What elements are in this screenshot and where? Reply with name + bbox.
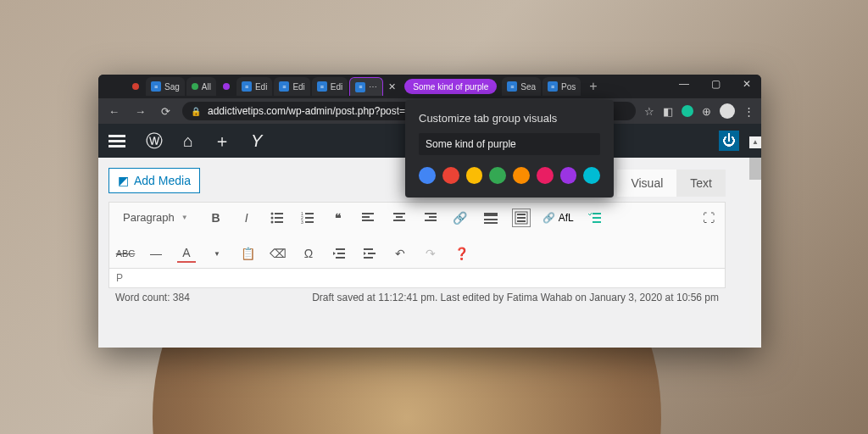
extension-icon[interactable]: ◧ [663, 105, 673, 118]
svg-rect-33 [337, 253, 345, 254]
text-color-button[interactable]: A [177, 244, 196, 263]
swatch-yellow[interactable] [466, 167, 483, 184]
tab-active[interactable]: ≡⋯ [349, 77, 383, 96]
forward-icon[interactable]: → [131, 103, 149, 120]
toolbar-toggle-button[interactable] [512, 209, 531, 227]
checklist-button[interactable] [586, 209, 604, 227]
svg-rect-3 [275, 217, 283, 219]
clear-formatting-button[interactable]: ⌫ [269, 244, 287, 263]
svg-rect-19 [429, 216, 437, 218]
hr-button[interactable]: — [147, 244, 165, 263]
svg-rect-8 [305, 221, 314, 223]
swatch-teal[interactable] [583, 167, 600, 184]
tab-group-dot-purple[interactable] [218, 77, 235, 96]
maximize-icon[interactable]: ▢ [708, 75, 724, 93]
tab-all[interactable]: All [186, 77, 216, 96]
close-window-icon[interactable]: ✕ [739, 75, 754, 93]
account-button[interactable]: ⏻ [719, 131, 739, 151]
home-icon[interactable]: ⌂ [183, 131, 193, 151]
insert-more-button[interactable] [481, 209, 500, 227]
align-left-button[interactable] [359, 209, 378, 227]
back-icon[interactable]: ← [105, 103, 123, 120]
scroll-up-button[interactable]: ▲ [749, 136, 761, 148]
lock-icon: 🔒 [191, 107, 201, 116]
svg-rect-7 [305, 217, 314, 219]
tab-text[interactable]: Text [676, 170, 726, 197]
add-media-button[interactable]: ◩ Add Media [108, 168, 200, 193]
svg-rect-28 [593, 213, 601, 214]
link-button[interactable]: 🔗 [451, 209, 470, 227]
draft-status: Draft saved at 11:12:41 pm. Last edited … [312, 292, 719, 303]
reload-icon[interactable]: ⟳ [158, 103, 174, 120]
svg-rect-30 [593, 221, 601, 223]
svg-rect-23 [484, 222, 498, 224]
undo-button[interactable]: ↶ [391, 244, 409, 263]
tab-label: Edi [292, 82, 304, 92]
paste-text-button[interactable]: 📋 [238, 244, 257, 263]
align-right-button[interactable] [420, 209, 439, 227]
swatch-green[interactable] [489, 167, 506, 184]
indent-button[interactable] [360, 244, 379, 263]
blockquote-button[interactable]: ❝ [329, 209, 348, 227]
add-new-icon[interactable]: ＋ [214, 130, 231, 153]
svg-rect-16 [396, 216, 403, 218]
svg-rect-1 [275, 213, 283, 214]
svg-rect-25 [517, 214, 526, 215]
tab-edit-3[interactable]: ≡Edi [312, 77, 348, 96]
tab-visual[interactable]: Visual [617, 170, 676, 197]
svg-rect-27 [517, 220, 526, 222]
svg-rect-32 [336, 257, 345, 259]
special-char-button[interactable]: Ω [299, 244, 318, 263]
group-name-input[interactable] [419, 133, 600, 155]
swatch-orange[interactable] [513, 167, 530, 184]
outdent-button[interactable] [330, 244, 348, 263]
text-color-dropdown[interactable]: ▼ [208, 244, 226, 263]
minimize-icon[interactable]: — [676, 75, 693, 93]
swatch-red[interactable] [442, 167, 459, 184]
svg-rect-17 [393, 220, 405, 221]
tab-label: Edi [255, 82, 267, 92]
tab-group-label[interactable]: Some kind of purple [404, 79, 497, 94]
tab-label: Sea [520, 82, 536, 92]
format-select[interactable]: Paragraph [116, 208, 195, 227]
swatch-purple[interactable] [560, 167, 577, 184]
tab-edit-2[interactable]: ≡Edi [274, 77, 309, 96]
new-tab-button[interactable]: + [582, 79, 604, 94]
tab-label: All [202, 82, 211, 92]
redo-button[interactable]: ↷ [421, 244, 440, 263]
swatch-pink[interactable] [537, 167, 554, 184]
svg-rect-15 [393, 213, 405, 214]
close-tab-icon[interactable]: ✕ [385, 81, 399, 92]
fullscreen-button[interactable]: ⛶ [699, 209, 718, 227]
scroll-thumb[interactable] [749, 158, 761, 180]
tab-edit-1[interactable]: ≡Edi [236, 77, 272, 96]
svg-rect-36 [368, 253, 376, 254]
tab-group-dot[interactable] [127, 77, 144, 96]
yoast-icon[interactable]: Y [251, 131, 262, 151]
swatch-blue[interactable] [419, 167, 436, 184]
numbered-list-button[interactable]: 123 [298, 209, 317, 227]
svg-rect-12 [362, 213, 374, 214]
element-path[interactable]: P [108, 269, 726, 288]
tab-label: ⋯ [369, 82, 377, 92]
menu-icon[interactable]: ⋮ [743, 105, 754, 118]
afl-button[interactable]: 🔗AfL [542, 212, 574, 224]
svg-rect-22 [484, 219, 498, 220]
bold-button[interactable]: B [207, 209, 225, 227]
strikethrough-button[interactable]: ABC [116, 244, 135, 263]
align-center-button[interactable] [390, 209, 409, 227]
tab-sea[interactable]: ≡Sea [502, 77, 541, 96]
hamburger-icon[interactable] [108, 135, 125, 147]
tab-sag[interactable]: ≡Sag [146, 77, 185, 96]
tab-strip: ≡Sag All ≡Edi ≡Edi ≡Edi ≡⋯ ✕ Some kind o… [98, 75, 761, 98]
star-icon[interactable]: ☆ [644, 105, 654, 118]
help-button[interactable]: ❓ [452, 244, 470, 263]
italic-button[interactable]: I [237, 209, 256, 227]
vertical-scrollbar[interactable] [749, 158, 761, 348]
wordpress-logo-icon[interactable]: ⓦ [146, 130, 163, 153]
bullet-list-button[interactable] [268, 209, 287, 227]
extension-icon-2[interactable]: ⊕ [702, 105, 711, 118]
tab-pos[interactable]: ≡Pos [542, 77, 581, 96]
profile-avatar[interactable] [720, 103, 735, 119]
grammarly-icon[interactable] [682, 105, 693, 117]
